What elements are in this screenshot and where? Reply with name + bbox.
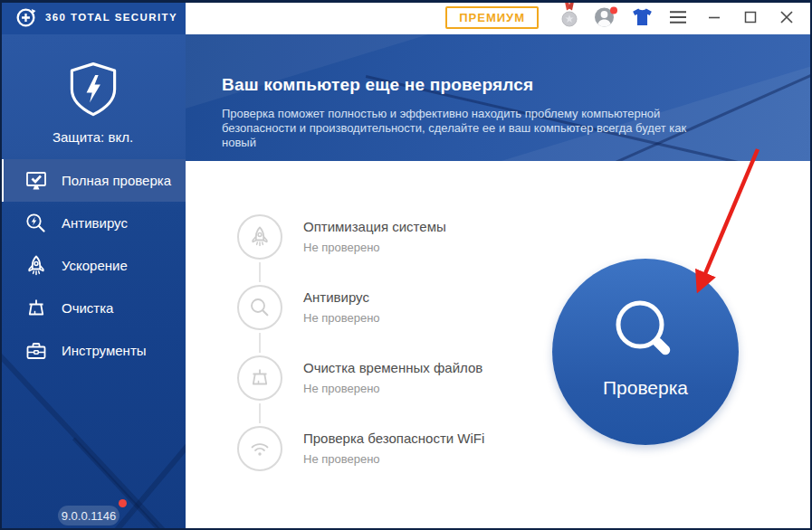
sidebar-item-tools[interactable]: Инструменты [0,329,186,372]
version-text: 9.0.0.1146 [62,509,116,523]
close-button[interactable] [769,0,805,34]
scan-item-status: Не проверено [303,311,380,325]
scan-item-temp-files-cleanup: Очистка временных файлов Не проверено [237,355,484,426]
protection-status-label: Защита: вкл. [53,129,133,145]
shield-lightning-icon [68,62,119,118]
logo-text: 360 TOTAL SECURITY [45,12,177,23]
scan-item-title: Оптимизация системы [303,219,446,234]
hero-banner: Ваш компьютер еще не проверялся Проверка… [186,34,812,161]
sidebar-item-label: Инструменты [62,343,147,358]
rocket-icon [237,214,282,260]
protection-status-block[interactable]: Защита: вкл. [0,34,186,159]
toolbox-icon [24,339,48,363]
sidebar-item-label: Антивирус [62,215,128,231]
logo-icon [14,6,37,29]
version-badge: 9.0.0.1146 [58,506,119,525]
menu-icon[interactable] [660,0,696,34]
premium-button[interactable]: ПРЕМИУМ [445,6,539,29]
scan-item-title: Проверка безопасности WiFi [303,431,484,446]
update-notification-dot [119,499,127,507]
maximize-button[interactable] [732,0,769,34]
monitor-check-icon [24,169,48,193]
app-window: 360 TOTAL SECURITY ПРЕМИУМ [0,0,812,530]
sidebar-item-full-scan[interactable]: Полная проверка [0,159,186,202]
scan-item-status: Не проверено [303,452,484,466]
broom-icon [24,297,48,320]
magnifier-icon [237,285,282,330]
medal-icon[interactable] [551,0,588,36]
scan-item-status: Не проверено [303,241,446,254]
sidebar-item-speedup[interactable]: Ускорение [0,244,186,287]
sidebar: Защита: вкл. Полная проверка [0,34,186,530]
scan-item-title: Антивирус [303,289,380,305]
theme-shirt-icon[interactable] [624,0,660,34]
scan-item-title: Очистка временных файлов [303,360,482,375]
minimize-button[interactable] [696,0,732,34]
titlebar-controls: ПРЕМИУМ [186,0,812,34]
sidebar-item-antivirus[interactable]: Антивирус [0,202,186,244]
sidebar-item-cleanup[interactable]: Очистка [0,287,186,329]
sidebar-item-label: Ускорение [62,258,128,273]
user-avatar-icon[interactable] [588,0,624,34]
scan-button-label: Проверка [603,377,688,399]
rocket-icon [24,254,48,278]
main-panel: Ваш компьютер еще не проверялся Проверка… [186,34,812,530]
app-logo: 360 TOTAL SECURITY [0,0,186,34]
scan-item-status: Не проверено [303,382,482,395]
scan-button[interactable]: Проверка [552,259,739,445]
magnifier-icon [607,294,683,370]
sidebar-item-label: Полная проверка [62,173,171,188]
hero-description: Проверка поможет полностью и эффективно … [222,107,718,150]
scan-checklist: Оптимизация системы Не проверено Антивир… [237,214,484,497]
wifi-icon [237,426,282,471]
scan-item-antivirus: Антивирус Не проверено [237,285,484,355]
sidebar-item-label: Очистка [62,300,113,316]
antivirus-magnifier-icon [24,212,48,235]
hero-title: Ваш компьютер еще не проверялся [222,75,776,95]
scan-item-system-optimization: Оптимизация системы Не проверено [237,214,484,285]
broom-icon [237,355,282,401]
titlebar: 360 TOTAL SECURITY ПРЕМИУМ [0,0,812,34]
scan-item-wifi-security: Проверка безопасности WiFi Не проверено [237,426,484,497]
sidebar-nav: Полная проверка Антивирус [0,159,186,372]
